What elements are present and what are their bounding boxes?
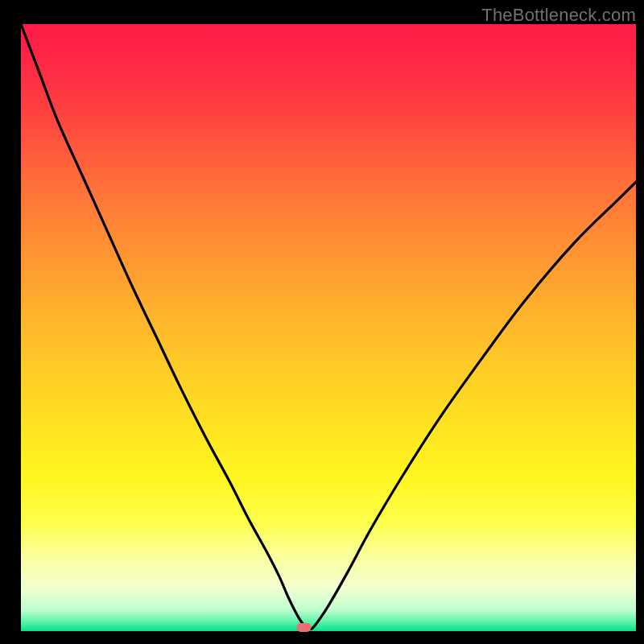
chart-frame: TheBottleneck.com <box>0 0 644 644</box>
bottleneck-chart <box>0 0 644 644</box>
plot-area <box>21 24 636 631</box>
watermark-text: TheBottleneck.com <box>481 5 636 26</box>
minimum-marker <box>296 623 311 632</box>
